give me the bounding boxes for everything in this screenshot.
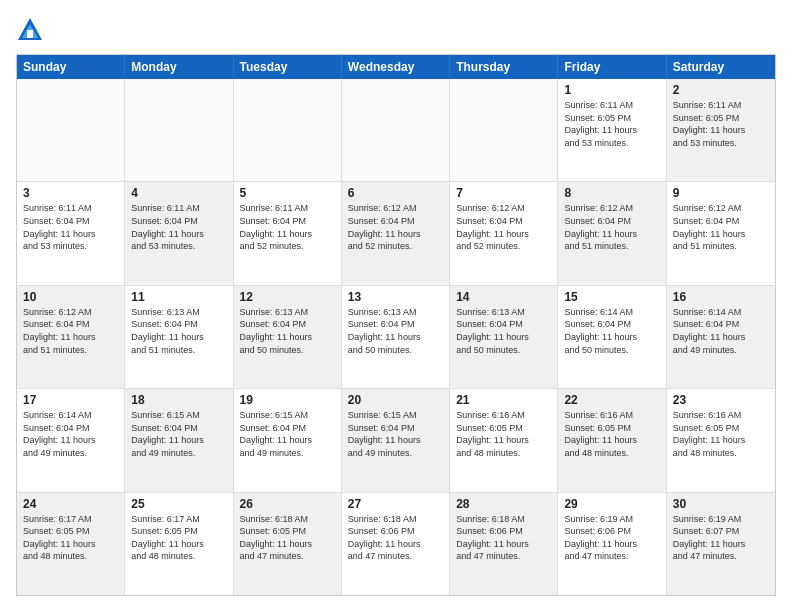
day-number: 2 (673, 83, 769, 97)
calendar-cell: 4Sunrise: 6:11 AM Sunset: 6:04 PM Daylig… (125, 182, 233, 284)
day-number: 13 (348, 290, 443, 304)
calendar-cell: 14Sunrise: 6:13 AM Sunset: 6:04 PM Dayli… (450, 286, 558, 388)
day-info: Sunrise: 6:14 AM Sunset: 6:04 PM Dayligh… (564, 306, 659, 356)
logo-icon (16, 16, 44, 44)
day-number: 28 (456, 497, 551, 511)
day-number: 26 (240, 497, 335, 511)
day-number: 16 (673, 290, 769, 304)
day-number: 27 (348, 497, 443, 511)
calendar-cell: 23Sunrise: 6:16 AM Sunset: 6:05 PM Dayli… (667, 389, 775, 491)
day-number: 5 (240, 186, 335, 200)
calendar-cell: 7Sunrise: 6:12 AM Sunset: 6:04 PM Daylig… (450, 182, 558, 284)
day-info: Sunrise: 6:19 AM Sunset: 6:07 PM Dayligh… (673, 513, 769, 563)
day-info: Sunrise: 6:12 AM Sunset: 6:04 PM Dayligh… (456, 202, 551, 252)
calendar-row: 10Sunrise: 6:12 AM Sunset: 6:04 PM Dayli… (17, 285, 775, 388)
day-info: Sunrise: 6:12 AM Sunset: 6:04 PM Dayligh… (23, 306, 118, 356)
calendar-cell: 16Sunrise: 6:14 AM Sunset: 6:04 PM Dayli… (667, 286, 775, 388)
calendar-cell: 17Sunrise: 6:14 AM Sunset: 6:04 PM Dayli… (17, 389, 125, 491)
calendar-cell: 27Sunrise: 6:18 AM Sunset: 6:06 PM Dayli… (342, 493, 450, 595)
day-info: Sunrise: 6:17 AM Sunset: 6:05 PM Dayligh… (23, 513, 118, 563)
day-info: Sunrise: 6:12 AM Sunset: 6:04 PM Dayligh… (673, 202, 769, 252)
day-number: 7 (456, 186, 551, 200)
svg-rect-2 (27, 30, 33, 38)
day-number: 10 (23, 290, 118, 304)
calendar-cell: 1Sunrise: 6:11 AM Sunset: 6:05 PM Daylig… (558, 79, 666, 181)
day-info: Sunrise: 6:13 AM Sunset: 6:04 PM Dayligh… (131, 306, 226, 356)
day-number: 8 (564, 186, 659, 200)
day-number: 6 (348, 186, 443, 200)
calendar: SundayMondayTuesdayWednesdayThursdayFrid… (16, 54, 776, 596)
calendar-row: 3Sunrise: 6:11 AM Sunset: 6:04 PM Daylig… (17, 181, 775, 284)
calendar-cell: 30Sunrise: 6:19 AM Sunset: 6:07 PM Dayli… (667, 493, 775, 595)
day-number: 11 (131, 290, 226, 304)
calendar-cell (125, 79, 233, 181)
day-info: Sunrise: 6:11 AM Sunset: 6:05 PM Dayligh… (564, 99, 659, 149)
calendar-cell: 6Sunrise: 6:12 AM Sunset: 6:04 PM Daylig… (342, 182, 450, 284)
calendar-row: 1Sunrise: 6:11 AM Sunset: 6:05 PM Daylig… (17, 79, 775, 181)
day-info: Sunrise: 6:16 AM Sunset: 6:05 PM Dayligh… (673, 409, 769, 459)
day-info: Sunrise: 6:11 AM Sunset: 6:05 PM Dayligh… (673, 99, 769, 149)
calendar-day-header: Thursday (450, 55, 558, 79)
calendar-day-header: Monday (125, 55, 233, 79)
calendar-body: 1Sunrise: 6:11 AM Sunset: 6:05 PM Daylig… (17, 79, 775, 595)
day-number: 3 (23, 186, 118, 200)
day-info: Sunrise: 6:18 AM Sunset: 6:05 PM Dayligh… (240, 513, 335, 563)
day-info: Sunrise: 6:14 AM Sunset: 6:04 PM Dayligh… (23, 409, 118, 459)
day-number: 24 (23, 497, 118, 511)
calendar-cell: 22Sunrise: 6:16 AM Sunset: 6:05 PM Dayli… (558, 389, 666, 491)
day-info: Sunrise: 6:15 AM Sunset: 6:04 PM Dayligh… (131, 409, 226, 459)
calendar-day-header: Friday (558, 55, 666, 79)
day-info: Sunrise: 6:16 AM Sunset: 6:05 PM Dayligh… (564, 409, 659, 459)
calendar-header: SundayMondayTuesdayWednesdayThursdayFrid… (17, 55, 775, 79)
day-number: 12 (240, 290, 335, 304)
calendar-cell: 11Sunrise: 6:13 AM Sunset: 6:04 PM Dayli… (125, 286, 233, 388)
day-number: 4 (131, 186, 226, 200)
calendar-cell: 12Sunrise: 6:13 AM Sunset: 6:04 PM Dayli… (234, 286, 342, 388)
day-number: 15 (564, 290, 659, 304)
calendar-cell: 29Sunrise: 6:19 AM Sunset: 6:06 PM Dayli… (558, 493, 666, 595)
calendar-cell: 21Sunrise: 6:16 AM Sunset: 6:05 PM Dayli… (450, 389, 558, 491)
calendar-cell (342, 79, 450, 181)
calendar-row: 24Sunrise: 6:17 AM Sunset: 6:05 PM Dayli… (17, 492, 775, 595)
page-header (16, 16, 776, 44)
day-number: 23 (673, 393, 769, 407)
calendar-day-header: Tuesday (234, 55, 342, 79)
calendar-cell: 25Sunrise: 6:17 AM Sunset: 6:05 PM Dayli… (125, 493, 233, 595)
calendar-cell: 13Sunrise: 6:13 AM Sunset: 6:04 PM Dayli… (342, 286, 450, 388)
calendar-cell: 9Sunrise: 6:12 AM Sunset: 6:04 PM Daylig… (667, 182, 775, 284)
day-info: Sunrise: 6:15 AM Sunset: 6:04 PM Dayligh… (348, 409, 443, 459)
calendar-cell: 20Sunrise: 6:15 AM Sunset: 6:04 PM Dayli… (342, 389, 450, 491)
day-info: Sunrise: 6:12 AM Sunset: 6:04 PM Dayligh… (564, 202, 659, 252)
day-number: 19 (240, 393, 335, 407)
calendar-day-header: Wednesday (342, 55, 450, 79)
day-number: 21 (456, 393, 551, 407)
calendar-cell: 19Sunrise: 6:15 AM Sunset: 6:04 PM Dayli… (234, 389, 342, 491)
calendar-cell: 8Sunrise: 6:12 AM Sunset: 6:04 PM Daylig… (558, 182, 666, 284)
calendar-cell: 10Sunrise: 6:12 AM Sunset: 6:04 PM Dayli… (17, 286, 125, 388)
day-number: 9 (673, 186, 769, 200)
calendar-cell: 28Sunrise: 6:18 AM Sunset: 6:06 PM Dayli… (450, 493, 558, 595)
calendar-cell: 3Sunrise: 6:11 AM Sunset: 6:04 PM Daylig… (17, 182, 125, 284)
calendar-cell: 5Sunrise: 6:11 AM Sunset: 6:04 PM Daylig… (234, 182, 342, 284)
day-number: 30 (673, 497, 769, 511)
calendar-cell (450, 79, 558, 181)
calendar-cell (234, 79, 342, 181)
day-info: Sunrise: 6:11 AM Sunset: 6:04 PM Dayligh… (23, 202, 118, 252)
day-number: 18 (131, 393, 226, 407)
day-number: 20 (348, 393, 443, 407)
calendar-cell: 18Sunrise: 6:15 AM Sunset: 6:04 PM Dayli… (125, 389, 233, 491)
calendar-row: 17Sunrise: 6:14 AM Sunset: 6:04 PM Dayli… (17, 388, 775, 491)
day-info: Sunrise: 6:16 AM Sunset: 6:05 PM Dayligh… (456, 409, 551, 459)
day-info: Sunrise: 6:13 AM Sunset: 6:04 PM Dayligh… (240, 306, 335, 356)
calendar-day-header: Saturday (667, 55, 775, 79)
calendar-day-header: Sunday (17, 55, 125, 79)
day-info: Sunrise: 6:14 AM Sunset: 6:04 PM Dayligh… (673, 306, 769, 356)
calendar-cell: 15Sunrise: 6:14 AM Sunset: 6:04 PM Dayli… (558, 286, 666, 388)
logo (16, 16, 48, 44)
day-info: Sunrise: 6:13 AM Sunset: 6:04 PM Dayligh… (456, 306, 551, 356)
calendar-cell: 24Sunrise: 6:17 AM Sunset: 6:05 PM Dayli… (17, 493, 125, 595)
day-info: Sunrise: 6:11 AM Sunset: 6:04 PM Dayligh… (240, 202, 335, 252)
day-number: 29 (564, 497, 659, 511)
day-number: 25 (131, 497, 226, 511)
day-info: Sunrise: 6:19 AM Sunset: 6:06 PM Dayligh… (564, 513, 659, 563)
